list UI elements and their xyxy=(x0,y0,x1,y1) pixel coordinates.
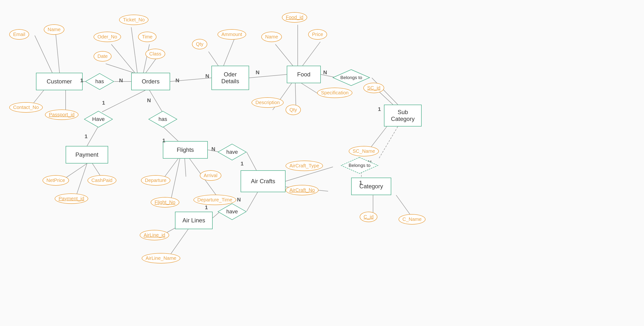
attr-class: Class xyxy=(145,49,165,59)
svg-marker-49 xyxy=(84,111,112,127)
svg-line-1 xyxy=(56,31,60,73)
attr-netprice: NetPrice xyxy=(42,175,69,186)
attr-price: Price xyxy=(308,29,327,40)
rel-belongs-to2: Belongs to xyxy=(341,157,378,174)
entity-flights: Flights xyxy=(163,141,208,159)
card-food-oderdetails: N xyxy=(256,69,260,76)
attr-cashpaid: CashPaid xyxy=(88,175,116,186)
attr-payment-id: Payment_id xyxy=(55,193,88,204)
attr-description: Description xyxy=(252,97,284,108)
attr-airline-id: AirLine_id xyxy=(140,230,169,240)
rel-has1: has xyxy=(85,73,114,90)
rel-has2: has xyxy=(148,111,178,128)
attr-time: Time xyxy=(138,32,156,42)
attr-name-food: Name xyxy=(261,32,282,42)
rel-have-ac: have xyxy=(218,144,247,161)
svg-line-8 xyxy=(144,44,150,73)
card-have2-airlines: 1 xyxy=(205,204,208,211)
attr-aircraft-no: AirCraft_No xyxy=(286,185,318,195)
svg-line-20 xyxy=(301,83,318,94)
entity-customer: Customer xyxy=(36,73,83,90)
card-belongs2-category: 1 xyxy=(359,180,362,186)
attr-c-name: C_Name xyxy=(398,214,426,225)
attr-ticket-no: Ticket_No xyxy=(119,15,148,25)
svg-marker-52 xyxy=(333,70,370,86)
rel-belongs-to1: Belongs to xyxy=(332,69,370,86)
svg-marker-48 xyxy=(86,74,114,90)
attr-ammount: Ammount xyxy=(218,29,246,40)
svg-marker-53 xyxy=(341,157,378,173)
attr-arrival: Arrival xyxy=(200,170,222,181)
svg-line-37 xyxy=(185,159,186,177)
rel-have-al: have xyxy=(218,203,247,220)
entity-oder-details: OderDetails xyxy=(212,66,249,90)
entity-food: Food xyxy=(287,66,321,83)
card-has2-flights: 1 xyxy=(162,137,165,144)
svg-line-34 xyxy=(150,90,162,112)
attr-flight-no: Flight_No xyxy=(151,197,179,207)
entity-category: Category xyxy=(351,178,391,195)
svg-line-16 xyxy=(275,44,293,66)
attr-departure: Departure xyxy=(141,175,170,186)
card-customer-has: 1 xyxy=(80,77,83,84)
svg-line-14 xyxy=(249,75,287,78)
entity-orders: Orders xyxy=(131,73,170,90)
svg-line-44 xyxy=(247,192,258,211)
svg-line-38 xyxy=(170,159,180,203)
svg-line-9 xyxy=(106,64,134,73)
attr-c-id: C_id xyxy=(360,212,378,222)
card-have-payment1: 1 xyxy=(84,133,88,140)
svg-line-25 xyxy=(379,127,398,158)
attr-passport-id: Passport_id xyxy=(45,110,78,120)
entity-air-crafts: Air Crafts xyxy=(240,170,286,192)
attr-airline-name: AirLine_Name xyxy=(142,253,180,263)
entity-payment: Payment xyxy=(66,146,108,163)
svg-line-41 xyxy=(247,152,256,170)
attr-specification: Specification xyxy=(317,88,352,98)
card-has-orders: N xyxy=(119,77,123,84)
svg-line-13 xyxy=(224,36,236,66)
svg-line-30 xyxy=(87,127,98,146)
card-orders-oderdetails: N xyxy=(176,77,179,84)
svg-line-17 xyxy=(302,42,320,66)
attr-qty-food: Qty xyxy=(286,105,301,115)
card-food-belongs1: N xyxy=(323,69,327,76)
entity-air-lines: Air Lines xyxy=(175,212,213,229)
svg-line-29 xyxy=(102,90,145,112)
entity-sub-category: SubCategory xyxy=(384,105,422,127)
attr-sc-name: SC_Name xyxy=(349,146,379,156)
attr-aircraft-type: AirCraft_Type xyxy=(286,161,323,171)
card-have-aircraft: 1 xyxy=(240,161,244,167)
svg-line-0 xyxy=(35,36,52,73)
attr-date: Date xyxy=(94,51,112,62)
attr-food-id: Food_id xyxy=(282,12,307,23)
svg-marker-50 xyxy=(149,111,177,127)
svg-line-6 xyxy=(131,27,137,73)
svg-marker-54 xyxy=(218,204,246,220)
svg-line-7 xyxy=(111,44,135,73)
svg-line-12 xyxy=(208,52,218,66)
card-aircraft-have2: N xyxy=(237,197,241,203)
attr-qty-od: Qty xyxy=(192,39,207,49)
card-oderdetails-food1: N xyxy=(205,73,209,79)
attr-contact-no: Contact_No xyxy=(9,102,43,113)
svg-marker-51 xyxy=(218,144,246,160)
rel-have-pay: Have xyxy=(84,111,113,128)
er-diagram: Customer Orders OderDetails Food Payment… xyxy=(0,0,644,326)
attr-oder-no: Oder_No xyxy=(94,32,121,42)
attr-name-cust: Name xyxy=(44,24,64,35)
card-belongs1-subcat: 1 xyxy=(378,106,381,112)
card-flights-have: N xyxy=(212,146,215,152)
card-orders-have: 1 xyxy=(102,100,105,106)
card-orders-has2: N xyxy=(147,97,151,104)
attr-email: Email xyxy=(9,29,29,40)
